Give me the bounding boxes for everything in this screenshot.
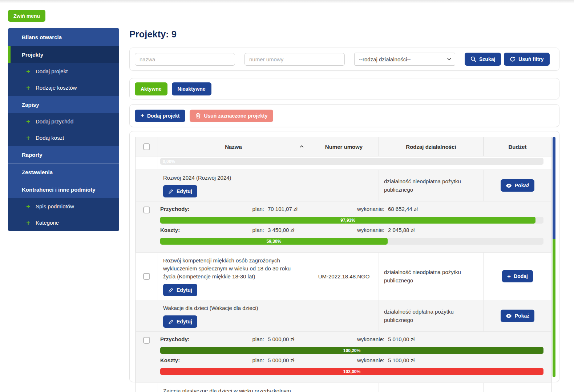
name-filter-input[interactable] (135, 53, 235, 66)
sidebar-item-zestawienia[interactable]: Zestawienia (8, 163, 119, 181)
project-name: Zajęcia plastyczne dla dzieci w wieku pr… (163, 387, 304, 392)
budget-detail-line: Przychody:plan:5 000,00 złwykonanie:5 01… (160, 336, 543, 345)
column-label: Nazwa (225, 144, 242, 150)
sidebar-item-label: Spis podmiotów (36, 203, 74, 209)
project-row: Rozwój 2024 (Rozwój 2024)Edytujdziałalno… (136, 170, 552, 201)
inactive-tab-button[interactable]: Nieaktywne (172, 82, 211, 95)
edit-button[interactable]: Edytuj (163, 315, 197, 328)
add-project-button[interactable]: + Dodaj projekt (135, 110, 185, 122)
sidebar-item-label: Zapisy (22, 102, 39, 108)
budget-detail-line: Koszty:plan:5 000,00 złwykonanie:5 100,0… (160, 357, 543, 366)
progress-bar: 0,00% (160, 158, 543, 165)
execution-label: wykonanie: (322, 227, 384, 233)
show-button-label: Pokaż (515, 313, 529, 318)
main-content: Projekty: 9 --rodzaj działalności-- Szuk… (129, 0, 559, 382)
column-header-budzet[interactable]: Budżet (484, 137, 552, 156)
row-checkbox[interactable] (143, 207, 150, 213)
budget-detail-cell: Przychody:plan:70 101,07 złwykonanie:68 … (158, 201, 552, 253)
checkbox-cell (136, 156, 158, 170)
sidebar-item-projekty[interactable]: Projekty (8, 46, 119, 63)
add-button-label: Dodaj (514, 274, 528, 279)
edit-button[interactable]: Edytuj (163, 284, 197, 296)
eye-icon (506, 183, 512, 188)
project-row: Rozwój kompetencji miękkich osób zagrożo… (136, 253, 552, 300)
project-row: Wakacje dla dzieci (Wakacje dla dzieci)E… (136, 300, 552, 332)
row-checkbox[interactable] (143, 273, 150, 280)
checkbox-cell (136, 201, 158, 253)
progress-bar-label: 0,00% (163, 159, 175, 164)
sidebar-item-dodaj-projekt[interactable]: +Dodaj projekt (8, 63, 119, 79)
plus-icon: + (26, 84, 36, 92)
plus-icon: + (141, 113, 144, 119)
sidebar-item-kategorie[interactable]: +Kategorie (8, 215, 119, 231)
execution-value: 5 100,00 zł (388, 357, 442, 363)
activity-type-select[interactable]: --rodzaj działalności-- (354, 53, 455, 66)
plan-value: 3 450,00 zł (268, 227, 322, 233)
sidebar-item-dodaj-koszt[interactable]: +Dodaj koszt (8, 130, 119, 146)
edit-button-label: Edytuj (177, 287, 192, 293)
column-header-rodzaj[interactable]: Rodzaj działalności (379, 137, 484, 156)
execution-value: 5 010,00 zł (388, 336, 442, 342)
activity-type-cell: działalność odpłatna pożytku publicznego (379, 300, 484, 332)
sidebar-item-zapisy[interactable]: Zapisy (8, 96, 119, 113)
clear-filters-button[interactable]: Usuń filtry (504, 53, 549, 66)
progress-bar-label: 59,30% (266, 239, 281, 244)
column-header-nazwa[interactable]: Nazwa (158, 137, 309, 156)
contract-number-cell: UM-2022.18.48.NGO (309, 253, 379, 300)
checkbox-cell (136, 383, 158, 392)
progress-bar: 102,00% (160, 368, 543, 375)
partial-bar-cell: 0,00% (158, 156, 552, 170)
sidebar-item-spis-podmiotów[interactable]: +Spis podmiotów (8, 198, 119, 215)
show-budget-button[interactable]: Pokaż (501, 310, 534, 322)
budget-cell: +Dodaj (484, 253, 552, 300)
budget-cell: Pokaż (484, 300, 552, 332)
collapse-menu-button[interactable]: Zwiń menu (8, 10, 45, 22)
execution-value: 2 045,88 zł (388, 227, 442, 233)
scrollbar-track (553, 239, 555, 377)
sidebar-item-label: Dodaj projekt (36, 68, 68, 74)
search-button[interactable]: Szukaj (465, 53, 501, 66)
delete-selected-button[interactable]: Usuń zaznaczone projekty (190, 110, 273, 122)
show-button-label: Pokaż (515, 183, 529, 188)
status-tabs: Aktywne Nieaktywne (129, 78, 559, 99)
add-budget-button[interactable]: +Dodaj (502, 270, 533, 282)
sidebar: Bilans otwarciaProjekty+Dodaj projekt+Ro… (8, 28, 119, 231)
checkbox-cell (136, 300, 158, 332)
execution-value: 68 652,44 zł (388, 206, 442, 212)
budget-detail-row: Przychody:plan:5 000,00 złwykonanie:5 01… (136, 332, 552, 383)
sidebar-item-label: Projekty (22, 52, 43, 58)
activity-type-cell: działalność nieodpłatna pożytku publiczn… (379, 383, 484, 392)
delete-selected-label: Usuń zaznaczone projekty (204, 113, 267, 118)
trash-icon (195, 113, 201, 119)
sidebar-item-rodzaje-kosztów[interactable]: +Rodzaje kosztów (8, 79, 119, 96)
show-budget-button[interactable]: Pokaż (501, 179, 534, 192)
sidebar-item-bilans-otwarcia[interactable]: Bilans otwarcia (8, 28, 119, 46)
column-header-numer-umowy[interactable]: Numer umowy (309, 137, 379, 156)
table-scrollbar[interactable] (553, 137, 555, 377)
sidebar-item-label: Rodzaje kosztów (36, 85, 77, 91)
project-row: Zajęcia plastyczne dla dzieci w wieku pr… (136, 383, 552, 392)
budget-detail-cell: Przychody:plan:5 000,00 złwykonanie:5 01… (158, 332, 552, 383)
project-name: Rozwój kompetencji miękkich osób zagrożo… (163, 257, 304, 281)
active-tab-button[interactable]: Aktywne (135, 82, 167, 95)
contract-number-cell (309, 170, 379, 201)
row-checkbox[interactable] (143, 337, 150, 344)
plus-icon: + (26, 219, 36, 227)
sidebar-item-raporty[interactable]: Raporty (8, 146, 119, 163)
execution-label: wykonanie: (322, 357, 384, 363)
project-name-cell: Rozwój kompetencji miękkich osób zagrożo… (158, 253, 309, 300)
sidebar-item-kontrahenci-i-inne-podmioty[interactable]: Kontrahenci i inne podmioty (8, 181, 119, 198)
contract-filter-input[interactable] (244, 53, 345, 66)
sidebar-item-dodaj-przychód[interactable]: +Dodaj przychód (8, 113, 119, 130)
partial-row: 0,00% (136, 156, 552, 170)
plus-icon: + (26, 118, 36, 126)
page-title: Projekty: 9 (129, 29, 559, 40)
scrollbar-thumb[interactable] (553, 137, 555, 239)
sidebar-item-label: Raporty (22, 152, 43, 158)
search-icon (470, 56, 476, 62)
edit-button[interactable]: Edytuj (163, 185, 197, 197)
sidebar-item-label: Bilans otwarcia (22, 34, 62, 40)
plan-value: 70 101,07 zł (268, 206, 322, 212)
select-all-checkbox[interactable] (143, 143, 150, 150)
clear-filters-label: Usuń filtry (518, 57, 543, 62)
